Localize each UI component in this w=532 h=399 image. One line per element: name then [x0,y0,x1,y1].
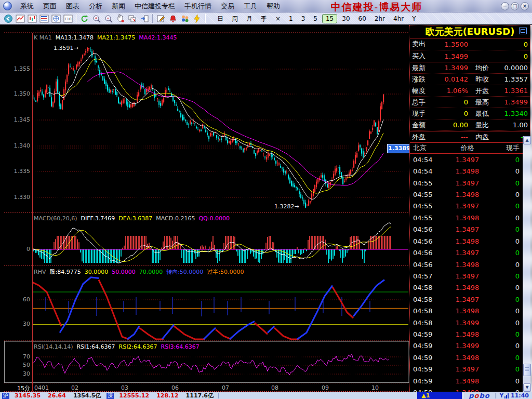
hand-icon[interactable] [114,13,126,24]
quote-board-icon[interactable] [38,13,50,24]
users-icon[interactable] [179,13,191,24]
period-3[interactable]: 3 [298,14,309,23]
edit-pen-icon[interactable] [155,13,167,24]
menu-交易[interactable]: 交易 [216,1,239,12]
kline-icon[interactable] [26,13,38,24]
tick-row[interactable]: 04:561.34970 [413,247,520,258]
tick-row[interactable]: 04:591.34980 [413,375,520,387]
chart-canvas[interactable] [0,25,409,392]
candle-body [314,185,315,192]
period-2hr[interactable]: 2hr [371,14,389,23]
web-news-icon[interactable] [50,13,62,24]
period-60[interactable]: 60 [355,14,370,23]
app-icon[interactable] [3,2,12,10]
period-Y[interactable]: Y [408,14,419,23]
tick-row[interactable]: 04:561.34980 [413,259,520,270]
window-buttons: −□× [501,2,529,10]
menu-手机行情[interactable]: 手机行情 [180,1,216,12]
menu-中信建投专栏[interactable]: 中信建投专栏 [130,1,180,12]
candle-body [88,48,89,49]
period-月[interactable]: 月 [243,14,256,23]
menu-系统[interactable]: 系统 [16,1,38,12]
scroll-down-button[interactable]: ▼ [523,383,531,392]
period-5[interactable]: 5 [310,14,321,23]
minimize-button[interactable]: − [501,2,509,10]
candle-body [124,101,125,101]
close-button[interactable]: × [521,2,529,10]
lightning-icon[interactable] [191,13,203,24]
tick-row[interactable]: 04:591.34970 [413,364,520,375]
menu-工具[interactable]: 工具 [239,1,262,12]
candle-body [383,95,384,102]
tick-row[interactable]: 04:561.34980 [413,235,520,247]
zoom-in-icon[interactable] [90,13,102,24]
stats-section: 最新1.3499均价0.0000涨跌0.0142昨收1.3357幅度1.06%开… [410,62,530,131]
tick-row[interactable]: 04:541.34970 [413,154,520,165]
period-1[interactable]: 1 [285,14,297,23]
tick-row[interactable]: 04:541.34980 [413,165,520,177]
shanghai-badge: 沪 [2,393,9,399]
menu-页面[interactable]: 页面 [38,1,61,12]
tick-row[interactable]: 04:581.34980 [413,282,520,294]
restore-button[interactable]: □ [511,2,519,10]
tick-row[interactable]: 04:591.34980 [413,352,520,363]
candle-body [183,117,184,119]
candle-body [299,191,300,194]
candle-body [274,158,275,161]
stat-row: 最新1.3499均价0.0000 [410,62,530,74]
tick-row[interactable]: 04:591.34980 [413,328,520,340]
window-switch-icon[interactable] [126,13,138,24]
scroll-up-button[interactable]: ▲ [523,136,531,144]
tick-scrollbar[interactable]: ▲ ▼ [523,136,530,392]
goto-icon[interactable] [138,13,150,24]
candle-body [210,133,211,136]
zoom-out-icon[interactable] [102,13,114,24]
candle-body [324,175,325,181]
tick-row[interactable]: 04:561.34970 [413,224,520,235]
candle-body [291,181,292,185]
candle-body [236,141,237,143]
tick-row[interactable]: 04:571.34970 [413,270,520,282]
tick-row[interactable]: 04:551.34970 [413,201,520,212]
tick-row[interactable]: 04:551.34970 [413,177,520,189]
tick-row[interactable]: 04:581.34980 [413,305,520,316]
period-日[interactable]: 日 [214,14,227,23]
candle-body [341,172,342,178]
back-icon[interactable] [2,13,14,24]
candle-body [40,90,41,91]
f10-icon[interactable]: F10 [62,13,74,24]
candle-body [138,92,139,96]
alert-indicator[interactable]: ▲1 [417,392,462,399]
candle-body [188,125,189,125]
candle-body [216,135,217,138]
refresh-icon[interactable] [78,13,90,24]
candle-body [104,78,105,84]
period-15[interactable]: 15 [322,14,337,23]
tick-row[interactable]: 04:551.34980 [413,189,520,200]
menu-分析[interactable]: 分析 [84,1,107,12]
line-chart-icon[interactable] [14,13,26,24]
menu-帮助[interactable]: 帮助 [262,1,285,12]
expand-panel-icon[interactable] [519,28,527,34]
menu-新闻[interactable]: 新闻 [107,1,130,12]
period-季[interactable]: 季 [257,14,271,23]
period-30[interactable]: 30 [338,14,353,23]
candle-body [77,62,78,66]
tick-row[interactable]: 04:591.34990 [413,340,520,352]
candle-body [177,109,178,111]
tick-row[interactable]: 04:581.34990 [413,317,520,328]
last-price-tag: 1.3389 [387,144,411,153]
candle-body [280,166,281,168]
tick-row[interactable]: 04:581.34970 [413,294,520,305]
candle-body [140,86,141,89]
candle-body [85,51,86,52]
alarm-bell-icon[interactable] [167,13,179,24]
period-4hr[interactable]: 4hr [390,14,407,23]
period-周[interactable]: 周 [228,14,242,23]
period-×[interactable]: × [272,14,284,23]
candle-body [378,122,379,132]
candle-body [149,87,150,89]
scroll-thumb[interactable] [523,364,531,376]
menu-图表[interactable]: 图表 [61,1,84,12]
tick-row[interactable]: 04:551.34980 [413,212,520,223]
